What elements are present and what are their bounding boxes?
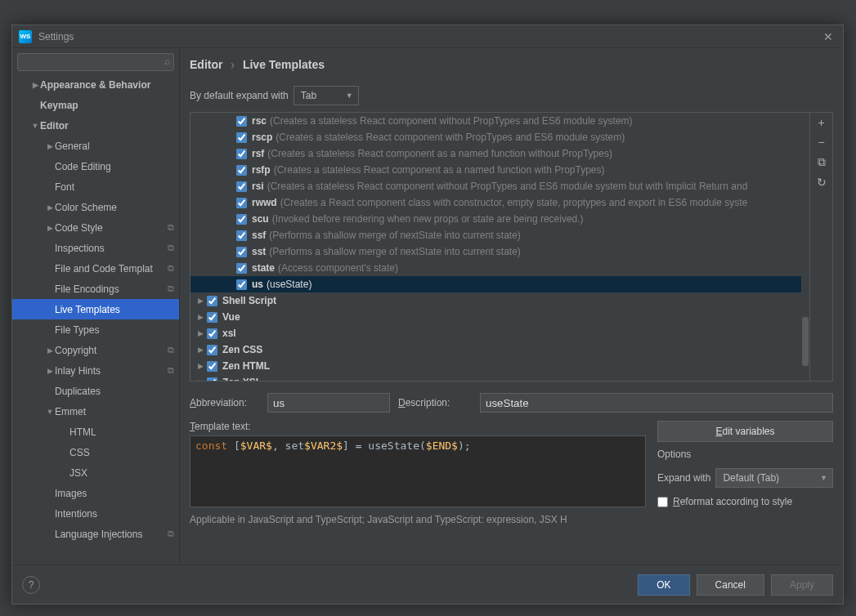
description-input[interactable] — [480, 393, 833, 413]
reformat-checkbox[interactable] — [657, 497, 668, 507]
template-group-label: Zen XSL — [222, 377, 262, 381]
breadcrumb-editor[interactable]: Editor — [190, 58, 222, 71]
sidebar-item-general[interactable]: General — [12, 136, 179, 156]
template-checkbox[interactable] — [207, 361, 217, 372]
sidebar-item-keymap[interactable]: Keymap — [12, 95, 179, 115]
sidebar-item-label: Inspections — [55, 243, 105, 254]
sidebar-item-color-scheme[interactable]: Color Scheme — [12, 197, 179, 217]
template-group-zen-html[interactable]: Zen HTML — [190, 358, 809, 374]
template-item-scu[interactable]: scu(Invoked before rendering when new pr… — [190, 211, 809, 227]
template-group-label: xsl — [222, 328, 236, 339]
sidebar-item-inlay-hints[interactable]: Inlay Hints⧉ — [12, 360, 179, 381]
scrollbar-thumb[interactable] — [802, 317, 809, 366]
add-icon[interactable]: + — [818, 116, 824, 129]
sidebar-item-code-style[interactable]: Code Style⧉ — [12, 217, 179, 238]
template-checkbox[interactable] — [236, 181, 247, 192]
template-checkbox[interactable] — [236, 230, 247, 241]
template-group-zen-xsl[interactable]: Zen XSL — [190, 374, 809, 381]
template-item-state[interactable]: state(Access component's state) — [190, 260, 809, 276]
template-checkbox[interactable] — [236, 149, 247, 159]
template-checkbox[interactable] — [236, 247, 247, 257]
template-item-sst[interactable]: sst(Performs a shallow merge of nextStat… — [190, 243, 809, 260]
tree-arrow-icon — [45, 224, 55, 232]
sidebar-item-inspections[interactable]: Inspections⧉ — [12, 238, 179, 258]
copy-icon[interactable]: ⧉ — [818, 155, 826, 169]
template-item-rsc[interactable]: rsc(Creates a stateless React component … — [190, 113, 809, 129]
template-group-vue[interactable]: Vue — [190, 309, 809, 325]
sidebar-item-emmet[interactable]: Emmet — [12, 401, 179, 422]
template-checkbox[interactable] — [236, 279, 247, 290]
remove-icon[interactable]: − — [818, 136, 824, 149]
template-item-rsfp[interactable]: rsfp(Creates a stateless React component… — [190, 162, 809, 178]
template-checkbox[interactable] — [236, 116, 247, 127]
template-group-shell-script[interactable]: Shell Script — [190, 292, 809, 309]
template-checkbox[interactable] — [236, 132, 247, 143]
sidebar-item-font[interactable]: Font — [12, 176, 179, 197]
sidebar-item-label: Duplicates — [55, 386, 101, 397]
template-list[interactable]: rsc(Creates a stateless React component … — [190, 113, 809, 381]
default-expand-label: By default expand with — [190, 90, 289, 101]
default-expand-dropdown[interactable]: Tab▼ — [294, 86, 359, 105]
template-checkbox[interactable] — [207, 296, 217, 306]
sidebar-item-language-injections[interactable]: Language Injections⧉ — [12, 524, 179, 544]
template-group-label: Zen CSS — [222, 344, 262, 355]
sidebar-item-file-encodings[interactable]: File Encodings⧉ — [12, 279, 179, 299]
template-desc: (Creates a stateless React component wit… — [270, 115, 633, 127]
template-text-editor[interactable]: const [$VAR$, set$VAR2$] = useState($END… — [190, 435, 646, 507]
template-desc: (Creates a stateless React component as … — [267, 148, 612, 159]
template-group-xsl[interactable]: xsl — [190, 325, 809, 341]
template-group-label: Vue — [222, 311, 240, 323]
template-checkbox[interactable] — [236, 165, 247, 176]
template-checkbox[interactable] — [236, 263, 247, 274]
template-item-us[interactable]: us(useState) — [190, 276, 809, 292]
sidebar-item-duplicates[interactable]: Duplicates — [12, 381, 179, 401]
close-icon[interactable]: ✕ — [820, 30, 836, 43]
ok-button[interactable]: OK — [638, 574, 689, 596]
sidebar-item-label: Live Templates — [55, 304, 120, 315]
template-checkbox[interactable] — [207, 328, 217, 339]
sidebar-item-live-templates[interactable]: Live Templates — [12, 299, 179, 319]
search-input[interactable] — [17, 53, 174, 71]
sidebar-item-intentions[interactable]: Intentions — [12, 503, 179, 524]
cancel-button[interactable]: Cancel — [697, 574, 764, 596]
sidebar-item-file-and-code-templat[interactable]: File and Code Templat⧉ — [12, 258, 179, 279]
template-checkbox[interactable] — [207, 345, 217, 355]
undo-icon[interactable]: ↻ — [817, 176, 827, 189]
sidebar-item-jsx[interactable]: JSX — [12, 462, 179, 483]
sidebar-item-copyright[interactable]: Copyright⧉ — [12, 340, 179, 360]
sidebar-item-html[interactable]: HTML — [12, 422, 179, 442]
template-group-zen-css[interactable]: Zen CSS — [190, 341, 809, 358]
window-title: Settings — [38, 31, 820, 42]
sidebar-item-label: File Types — [55, 324, 99, 336]
expand-with-dropdown[interactable]: Default (Tab)▼ — [715, 468, 833, 488]
sidebar-item-images[interactable]: Images — [12, 483, 179, 503]
apply-button[interactable]: Apply — [771, 574, 833, 596]
edit-variables-button[interactable]: Edit variables — [657, 421, 833, 442]
template-abbr: rscp — [252, 132, 272, 143]
reformat-label: Reformat according to style — [673, 496, 792, 507]
sidebar-item-css[interactable]: CSS — [12, 442, 179, 462]
template-checkbox[interactable] — [236, 198, 247, 208]
sidebar-item-file-types[interactable]: File Types — [12, 319, 179, 340]
tree-arrow-icon — [45, 142, 55, 150]
template-checkbox[interactable] — [236, 214, 247, 225]
titlebar: WS Settings ✕ — [12, 25, 843, 48]
sidebar-item-label: Font — [55, 181, 74, 193]
template-item-rsf[interactable]: rsf(Creates a stateless React component … — [190, 145, 809, 162]
list-toolbar: + − ⧉ ↻ — [809, 113, 832, 381]
scope-badge-icon: ⧉ — [168, 263, 174, 274]
sidebar-item-editor[interactable]: Editor — [12, 115, 179, 136]
sidebar-item-appearance-behavior[interactable]: Appearance & Behavior — [12, 74, 179, 95]
abbreviation-input[interactable] — [267, 393, 390, 413]
template-item-ssf[interactable]: ssf(Performs a shallow merge of nextStat… — [190, 227, 809, 243]
sidebar-item-code-editing[interactable]: Code Editing — [12, 156, 179, 176]
help-button[interactable]: ? — [22, 576, 40, 594]
template-checkbox[interactable] — [207, 377, 217, 382]
sidebar-item-label: Color Scheme — [55, 202, 117, 213]
settings-tree[interactable]: Appearance & BehaviorKeymapEditorGeneral… — [12, 74, 179, 565]
template-checkbox[interactable] — [207, 312, 217, 323]
template-item-rsi[interactable]: rsi(Creates a stateless React component … — [190, 178, 809, 194]
template-item-rwwd[interactable]: rwwd(Creates a React component class wit… — [190, 194, 809, 211]
template-item-rscp[interactable]: rscp(Creates a stateless React component… — [190, 129, 809, 145]
content-panel: Editor › Live Templates By default expan… — [180, 48, 843, 565]
